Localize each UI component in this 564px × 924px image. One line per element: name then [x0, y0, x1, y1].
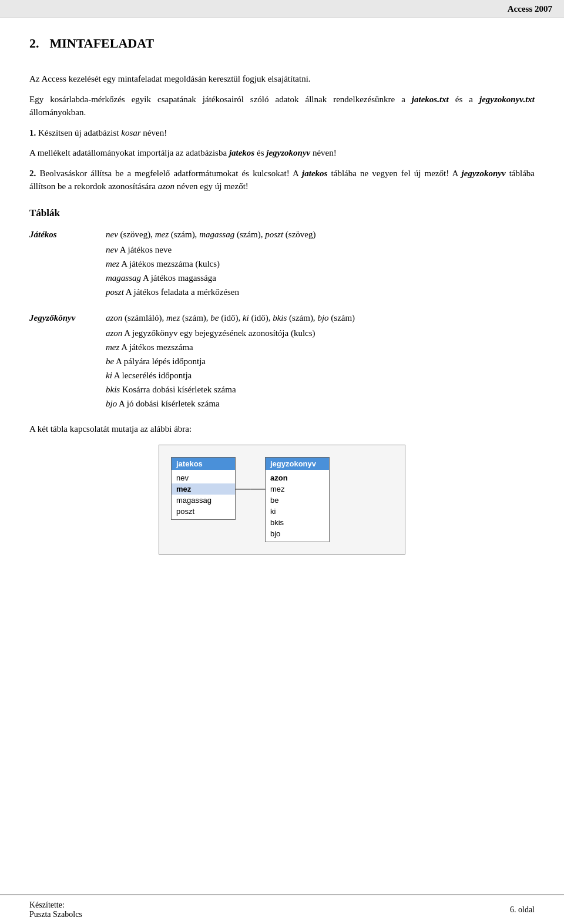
db-table-jegyzokonyv-header: jegyzokonyv [266, 458, 329, 470]
section-number: 2. [29, 36, 39, 51]
main-content: 2. MINTAFELADAT Az Access kezelését egy … [0, 18, 564, 602]
header-bar: Access 2007 [0, 0, 564, 18]
jegyzokonyv-content: azon (számláló), mez (szám), be (idő), k… [106, 311, 535, 411]
jegyzokonyv-first-line: azon (számláló), mez (szám), be (idő), k… [106, 311, 535, 325]
section-title: MINTAFELADAT [50, 36, 155, 51]
db-row-nev: nev [172, 472, 235, 483]
jkonyv-desc-azon: azon A jegyzőkönyv egy bejegyzésének azo… [106, 326, 535, 340]
jatekos-content: nev (szöveg), mez (szám), magassag (szám… [106, 227, 535, 299]
footer-prepared-label: Készítette: [29, 901, 82, 910]
jkonyv-desc-bjo: bjo A jó dobási kísérletek száma [106, 397, 535, 411]
footer-author: Puszta Szabolcs [29, 910, 82, 919]
paragraph-3: 1. Készítsen új adatbázist kosar néven! [29, 126, 535, 140]
diagram-container: jatekos nev mez magassag poszt jegyzokon… [159, 445, 405, 555]
section-heading-container: 2. MINTAFELADAT [29, 36, 535, 62]
footer-page: 6. oldal [510, 905, 535, 915]
jegyzokonyv-label: Jegyzőkönyv [29, 311, 106, 411]
jkonyv-desc-be: be A pályára lépés időpontja [106, 354, 535, 368]
footer-left: Készítette: Puszta Szabolcs [29, 901, 82, 919]
jatekos-desc-magassag: magassag A játékos magassága [106, 271, 535, 285]
paragraph-1: Az Access kezelését egy mintafeladat meg… [29, 72, 535, 86]
db-row-jk-bkis: bkis [266, 517, 329, 528]
db-row-magassag: magassag [172, 495, 235, 506]
db-row-poszt: poszt [172, 506, 235, 517]
jkonyv-desc-bkis: bkis Kosárra dobási kísérletek száma [106, 382, 535, 397]
jatekos-desc-poszt: poszt A játékos feladata a mérkőzésen [106, 285, 535, 299]
app-title: Access 2007 [508, 4, 552, 14]
db-table-jegyzokonyv: jegyzokonyv azon mez be ki bkis bjo [265, 457, 330, 542]
db-table-jegyzokonyv-body: azon mez be ki bkis bjo [266, 470, 329, 542]
jatekos-desc-nev: nev A játékos neve [106, 243, 535, 257]
db-table-jatekos: jatekos nev mez magassag poszt [171, 457, 236, 520]
diagram-intro: A két tábla kapcsolatát mutatja az alább… [29, 422, 535, 436]
jatekos-desc-mez: mez A játékos mezszáma (kulcs) [106, 257, 535, 271]
jegyzokonyv-table-description: Jegyzőkönyv azon (számláló), mez (szám),… [29, 311, 535, 411]
jkonyv-desc-mez: mez A játékos mezszáma [106, 340, 535, 354]
db-row-azon: azon [266, 472, 329, 483]
paragraph-2: Egy kosárlabda-mérkőzés egyik csapatának… [29, 93, 535, 119]
paragraph-4: A mellékelt adatállományokat importálja … [29, 146, 535, 160]
tables-heading: Táblák [29, 207, 535, 219]
db-row-jk-bjo: bjo [266, 528, 329, 539]
footer: Készítette: Puszta Szabolcs 6. oldal [0, 895, 564, 924]
jatekos-table-description: Játékos nev (szöveg), mez (szám), magass… [29, 227, 535, 299]
jatekos-first-line: nev (szöveg), mez (szám), magassag (szám… [106, 227, 535, 241]
db-table-jatekos-body: nev mez magassag poszt [172, 470, 235, 519]
db-row-mez: mez [172, 483, 235, 495]
diagram-inner: jatekos nev mez magassag poszt jegyzokon… [159, 445, 405, 554]
tables-section: Táblák Játékos nev (szöveg), mez (szám),… [29, 207, 535, 411]
db-row-jk-be: be [266, 495, 329, 506]
db-row-jk-ki: ki [266, 506, 329, 517]
jatekos-label: Játékos [29, 227, 106, 299]
db-table-jatekos-header: jatekos [172, 458, 235, 470]
jkonyv-desc-ki: ki A lecserélés időpontja [106, 368, 535, 382]
paragraph-5: 2. Beolvasáskor állítsa be a megfelelő a… [29, 167, 535, 193]
db-row-jk-mez: mez [266, 483, 329, 495]
